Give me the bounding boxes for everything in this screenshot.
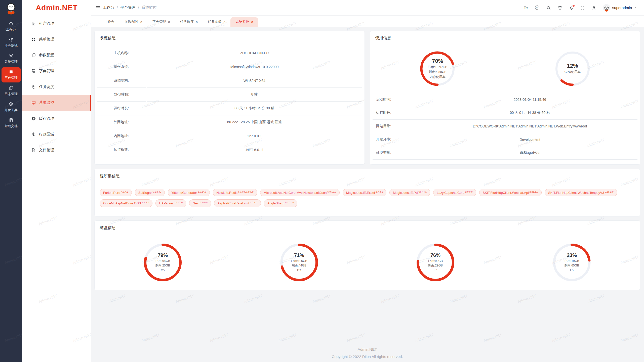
disk-gauge-d: 71% 已用:105GB 剩余:44GB D:\ — [279, 242, 319, 283]
assembly-tag: Microsoft.AspNetCore.Mvc.NewtonsoftJson6… — [260, 189, 340, 196]
close-icon[interactable]: × — [168, 20, 170, 24]
rail-item-label: 业务测试 — [5, 43, 18, 48]
gauge-percent: 71% — [294, 252, 304, 258]
app-rail: 工作台 业务测试 系统管理 平台管理 日志管理 开发工具 帮助文档 — [0, 0, 22, 362]
rail-item-dev-tools[interactable]: 开发工具 — [2, 100, 21, 115]
rail-item-help-docs[interactable]: 帮助文档 — [2, 116, 21, 131]
rail-item-workbench[interactable]: 工作台 — [2, 19, 21, 34]
close-icon[interactable]: × — [251, 20, 253, 24]
tab-workbench[interactable]: 工作台 — [99, 17, 120, 27]
disk-gauge-e: 76% 已用:90GB 剩余:29GB E:\ — [415, 242, 456, 283]
mascot-logo-icon — [5, 2, 18, 15]
sidebar-item-monitor[interactable]: 系统监控 — [22, 95, 91, 111]
tab-monitor[interactable]: 系统监控× — [230, 17, 258, 27]
assembly-tag: SKIT.FlurlHttpClient.Wechat.Api2.21.1.0 — [479, 189, 542, 196]
disk-gauge-c: 79% 已用:94GB 剩余:25GB C:\ — [143, 242, 183, 283]
breadcrumb-item[interactable]: 平台管理 — [120, 5, 135, 10]
cpu-icon — [9, 102, 14, 107]
gauge-percent: 76% — [430, 252, 440, 258]
table-row: 操作系统:Microsoft Windows 10.0.22000 — [97, 60, 362, 74]
rail-item-platform-mgmt[interactable]: 平台管理 — [2, 67, 21, 82]
table-row: 主机名称:ZUOHUAIJUN-PC — [97, 46, 362, 60]
disk-info-panel: 磁盘信息 79% 已用:94GB 剩余:25GB C:\ — [94, 220, 640, 290]
alarm-icon — [31, 84, 36, 89]
table-row: 网站目录:D:\CODEWORK\Admin.NET\Admin.NET\Adm… — [373, 120, 637, 133]
user-icon[interactable] — [591, 5, 596, 10]
close-icon[interactable]: × — [196, 20, 198, 24]
sidebar-item-label: 任务调度 — [39, 84, 54, 89]
rail-item-label: 开发工具 — [5, 108, 18, 112]
monitor-icon — [31, 100, 36, 105]
username: superadmin — [612, 6, 632, 10]
usage-info-panel: 使用信息 70% 已用:10.97GB 剩余:4.88GB — [370, 31, 640, 165]
table-row: 启动时间:2023-01-04 11:15:46 — [373, 93, 637, 106]
fullscreen-icon[interactable] — [580, 5, 585, 10]
table-row: 环境变量:非Stage环境 — [373, 146, 637, 160]
breadcrumb-separator: / — [117, 6, 118, 10]
sidebar-item-jobs[interactable]: 任务调度 — [22, 79, 91, 95]
notification-bell-icon[interactable] — [569, 5, 574, 10]
footer: Admin.NET Copyright © 2022 Dilon All rig… — [94, 346, 640, 362]
rail-item-label: 工作台 — [6, 27, 16, 32]
home-icon — [9, 21, 14, 26]
close-icon[interactable]: × — [140, 20, 142, 24]
language-icon[interactable]: 中 — [535, 5, 540, 10]
sidebar-item-label: 租户管理 — [39, 21, 54, 26]
assembly-tag: Magicodes.IE.Pdf2.7.4.1 — [389, 189, 430, 196]
content: 系统信息 主机名称:ZUOHUAIJUN-PC 操作系统:Microsoft W… — [91, 27, 644, 362]
send-icon — [9, 37, 14, 42]
chevron-down-icon — [634, 6, 637, 10]
breadcrumb-separator: / — [138, 6, 139, 10]
sidebar-item-tenant[interactable]: 租户管理 — [22, 16, 91, 31]
system-info-panel: 系统信息 主机名称:ZUOHUAIJUN-PC 操作系统:Microsoft W… — [94, 31, 365, 165]
doc-copy-icon — [31, 53, 36, 58]
sidebar-item-params[interactable]: 参数配置 — [22, 47, 91, 63]
assembly-tag: Nest7.0.0.0 — [189, 199, 211, 207]
assembly-tag: Magicodes.IE.Excel2.7.4.1 — [343, 189, 386, 196]
assembly-tag: SKIT.FlurlHttpClient.Wechat.TenpayV32.15… — [545, 189, 617, 196]
rail-item-label: 帮助文档 — [5, 124, 18, 128]
panel-title: 系统信息 — [95, 31, 365, 45]
rail-item-log-mgmt[interactable]: 日志管理 — [2, 83, 21, 99]
assemblies-panel: 程序集信息 Furion.Pure4.8.4.5 SqlSugar5.1.3.4… — [94, 169, 640, 216]
topbar: 工作台 / 平台管理 / 系统监控 Tт 中 — [91, 0, 644, 16]
map-pin-icon — [31, 132, 36, 137]
sidebar-item-region[interactable]: 行政区域 — [22, 126, 91, 142]
search-icon[interactable] — [546, 5, 551, 10]
breadcrumb-item[interactable]: 工作台 — [103, 5, 114, 10]
sidebar-item-files[interactable]: 文件管理 — [22, 142, 91, 158]
book-icon — [31, 69, 36, 73]
sidebar-item-label: 系统监控 — [39, 100, 54, 105]
memory-usage-gauge: 70% 已用:10.97GB 剩余:4.88GB 内存使用率 — [419, 50, 456, 87]
breadcrumb: 工作台 / 平台管理 / 系统监控 — [103, 5, 156, 10]
sidebar-item-cache[interactable]: 缓存管理 — [22, 111, 91, 126]
footer-copyright: Copyright © 2022 Dilon All rights reserv… — [94, 353, 640, 360]
theme-icon[interactable] — [557, 5, 562, 10]
tab-jobs[interactable]: 任务调度× — [175, 17, 203, 27]
table-row: 开发环境:Development — [373, 133, 637, 146]
table-row: 运行框架:.NET 6.0.11 — [97, 143, 362, 157]
assembly-tag: UAParser3.1.47.0 — [155, 199, 186, 207]
assembly-tag: SqlSugar5.1.3.42 — [135, 189, 165, 196]
rail-item-business-test[interactable]: 业务测试 — [2, 35, 21, 50]
user-menu[interactable]: superadmin — [603, 4, 637, 12]
rail-item-label: 日志管理 — [5, 92, 18, 96]
tab-params[interactable]: 参数配置× — [120, 17, 147, 27]
font-size-icon[interactable]: Tт — [524, 5, 529, 10]
menu-fold-icon[interactable] — [95, 5, 101, 11]
rail-item-label: 平台管理 — [5, 76, 18, 80]
table-row: 外网地址:60.222.128.26 中国 山西 运城 联通 — [97, 115, 362, 129]
main-area: 工作台 / 平台管理 / 系统监控 Tт 中 — [91, 0, 644, 362]
tab-dict[interactable]: 字典管理× — [147, 17, 175, 27]
cpu-usage-gauge: 12% CPU使用率 — [554, 50, 591, 87]
gauge-percent: 23% — [567, 252, 577, 258]
rail-item-system-mgmt[interactable]: 系统管理 — [2, 51, 21, 66]
close-icon[interactable]: × — [223, 20, 225, 24]
sidebar-item-label: 行政区域 — [39, 132, 54, 137]
tab-job-board[interactable]: 任务看板× — [203, 17, 230, 27]
sidebar-item-menu[interactable]: 菜单管理 — [22, 31, 91, 47]
assembly-tag: NewLife.Redis5.1.8401.5009 — [213, 189, 257, 196]
avatar — [603, 4, 610, 12]
sidebar-item-label: 缓存管理 — [39, 116, 54, 121]
sidebar-item-dict[interactable]: 字典管理 — [22, 63, 91, 79]
